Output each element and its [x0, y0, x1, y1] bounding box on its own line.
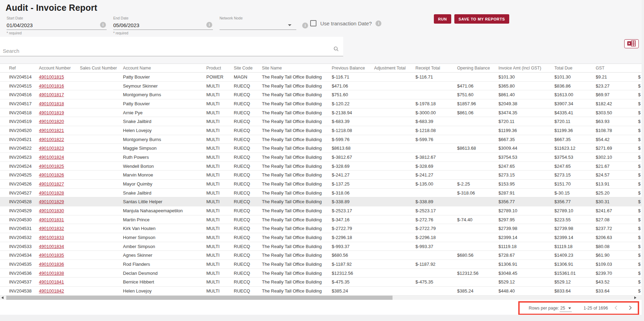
table-row[interactable]: INV2045214901001822Montgomery BurnsMULTI… — [0, 135, 642, 144]
account-number-link[interactable]: 4901001816 — [39, 83, 64, 89]
column-header-site-code[interactable]: Site Code — [234, 64, 262, 73]
table-cell: MULTI — [206, 81, 234, 90]
table-row[interactable]: INV2045344901001835Agnes SkinnerMULTIRUE… — [0, 251, 642, 260]
column-header-adjustment-total[interactable]: Adjustment Total — [374, 64, 415, 73]
column-header-opening-balance[interactable]: Opening Balance — [457, 64, 498, 73]
account-number-link[interactable]: 4901001823 — [39, 146, 64, 151]
table-cell-clipped: $ — [638, 135, 642, 144]
table-row[interactable]: INV2045264901001827Mayor QuimbyMULTIRUEC… — [0, 180, 642, 189]
network-node-field[interactable]: Network Node i — [220, 16, 296, 30]
account-number-link[interactable]: 4901001824 — [39, 155, 64, 160]
column-header-previous-balance[interactable]: Previous Balance — [332, 64, 374, 73]
table-row[interactable]: INV2045244901001825Wendell BortonMULTIRU… — [0, 162, 642, 171]
info-icon[interactable]: i — [206, 22, 212, 28]
table-row[interactable]: INV2045204901001821Helen LovejoyMULTIRUE… — [0, 126, 642, 135]
table-row[interactable]: INV2045364901001838Declan DesmondMULTIRU… — [0, 269, 642, 278]
table-cell: INV204534 — [0, 251, 39, 260]
account-number-link[interactable]: 4901001838 — [39, 271, 64, 276]
table-row[interactable]: INV2045334901001834Amber SimpsonMULTIRUE… — [0, 242, 642, 251]
account-number-link[interactable]: 4901001825 — [39, 164, 64, 169]
account-number-link[interactable]: 4901001818 — [39, 101, 64, 106]
account-number-link[interactable]: 4901001822 — [39, 137, 64, 142]
end-date-value[interactable]: 05/06/2023 — [113, 21, 213, 28]
table-cell: $21.67 — [596, 162, 638, 171]
table-row[interactable]: INV2045374901001841Bernice HibbertMULTIR… — [0, 278, 642, 287]
table-row[interactable]: INV2045254901001826Marvin MonroeMULTIRUE… — [0, 171, 642, 180]
table-row[interactable]: INV2045154901001816Seymour SkinnerMULTIR… — [0, 81, 642, 90]
account-number-link[interactable]: 4901001827 — [39, 181, 64, 187]
save-to-my-reports-button[interactable]: SAVE TO MY REPORTS — [454, 14, 509, 24]
table-row[interactable]: INV2045194901001820Snake JailbirdMULTIRU… — [0, 117, 642, 126]
start-date-field[interactable]: Start Date 01/04/2023 i * required — [7, 16, 107, 35]
account-number-link[interactable]: 4901001829 — [39, 199, 64, 204]
table-cell: 4901001819 — [39, 108, 80, 117]
column-header-account-name[interactable]: Account Name — [123, 64, 206, 73]
column-header-total-due[interactable]: Total Due — [554, 64, 596, 73]
table-row[interactable]: INV2045224901001823Maggie SimpsonMULTIRU… — [0, 144, 642, 153]
account-number-link[interactable]: 4901001842 — [39, 288, 64, 294]
table-row[interactable]: INV2045294901001830Manjula Nahasapeemape… — [0, 206, 642, 215]
rows-per-page-select[interactable]: 25 — [560, 306, 572, 312]
table-row[interactable]: INV2045314901001832Kirk Van HoutenMULTIR… — [0, 224, 642, 233]
info-icon[interactable]: i — [375, 20, 381, 26]
account-number-link[interactable]: 4901001835 — [39, 253, 64, 258]
search-icon[interactable] — [333, 46, 339, 53]
required-note: * required — [113, 31, 213, 35]
table-cell: $-475.35 — [415, 278, 457, 287]
table-row[interactable]: INV2045274901001828Snake JailbirdMULTIRU… — [0, 188, 642, 197]
info-icon[interactable]: i — [100, 22, 106, 28]
table-cell: INV204518 — [0, 108, 39, 117]
column-header-product[interactable]: Product — [206, 64, 234, 73]
account-number-link[interactable]: 4901001821 — [39, 128, 64, 133]
account-number-link[interactable]: 4901001819 — [39, 110, 64, 115]
table-cell: $728.67 — [498, 251, 554, 260]
account-number-link[interactable]: 4901001817 — [39, 92, 64, 97]
network-node-value[interactable] — [220, 21, 296, 22]
search-input[interactable] — [3, 48, 322, 54]
scroll-right-arrow-icon[interactable] — [634, 296, 636, 299]
account-number-link[interactable]: 4901001836 — [39, 262, 64, 267]
account-number-link[interactable]: 4901001826 — [39, 172, 64, 178]
account-number-link[interactable]: 4901001834 — [39, 244, 64, 249]
account-number-link[interactable]: 4901001820 — [39, 119, 64, 124]
previous-page-button[interactable] — [613, 305, 619, 312]
table-row[interactable]: INV2045184901001819Arnie PyeMULTIRUECQTh… — [0, 108, 642, 117]
table-row[interactable]: INV2045354901001836Rod FlandersMULTIRUEC… — [0, 260, 642, 269]
account-number-link[interactable]: 4901001830 — [39, 208, 64, 213]
run-button[interactable]: RUN — [434, 14, 451, 24]
table-row[interactable]: INV2045324901001833Homer SimpsonMULTIRUE… — [0, 233, 642, 242]
start-date-value[interactable]: 01/04/2023 — [7, 21, 107, 28]
account-number-link[interactable]: 4901001815 — [39, 74, 64, 80]
column-header-ref[interactable]: Ref — [0, 64, 39, 73]
column-header-account-number[interactable]: Account Number — [39, 64, 80, 73]
use-transaction-date-checkbox[interactable] — [310, 20, 316, 26]
table-cell: 4901001832 — [39, 224, 80, 233]
table-row[interactable]: INV2045304901001831Martin PrinceMULTIRUE… — [0, 215, 642, 224]
next-page-button[interactable] — [627, 305, 633, 312]
column-header-invoice-amt-incl-gst-[interactable]: Invoice Amt (Incl GST) — [498, 64, 554, 73]
account-number-link[interactable]: 4901001833 — [39, 235, 64, 240]
account-number-link[interactable]: 4901001828 — [39, 190, 64, 196]
column-header-sales-cust-number[interactable]: Sales Cust Number — [80, 64, 123, 73]
column-header-site-name[interactable]: Site Name — [262, 64, 332, 73]
column-header-receipt-total[interactable]: Receipt Total — [415, 64, 457, 73]
scrollbar-thumb[interactable] — [6, 296, 393, 300]
horizontal-scrollbar[interactable] — [0, 296, 642, 300]
table-row[interactable]: INV2045234901001824Ruth PowersMULTIRUECQ… — [0, 153, 642, 162]
export-excel-button[interactable] — [624, 39, 639, 48]
scroll-left-arrow-icon[interactable] — [1, 296, 3, 299]
table-row[interactable]: INV2045164901001817Montgomery BurnsMULTI… — [0, 90, 642, 99]
network-node-select[interactable]: i — [220, 21, 296, 30]
account-number-link[interactable]: 4901001831 — [39, 217, 64, 222]
account-number-link[interactable]: 4901001832 — [39, 226, 64, 231]
table-row[interactable]: INV2045174901001818Patty BouvierMULTIRUE… — [0, 99, 642, 108]
search-field[interactable] — [0, 37, 343, 56]
table-row[interactable]: INV2045144901001815Patty BouvierPOWERMAG… — [0, 73, 642, 82]
column-header-gst[interactable]: GST — [596, 64, 638, 73]
chevron-down-icon[interactable] — [288, 24, 291, 26]
table-row[interactable]: INV2045284901001829Santas Little HelperM… — [0, 197, 642, 206]
info-icon[interactable]: i — [302, 23, 308, 28]
table-row[interactable]: INV2045384901001842Helen LovejoyMULTIRUE… — [0, 287, 642, 296]
end-date-field[interactable]: End Date 05/06/2023 i * required — [113, 16, 213, 35]
account-number-link[interactable]: 4901001841 — [39, 279, 64, 285]
